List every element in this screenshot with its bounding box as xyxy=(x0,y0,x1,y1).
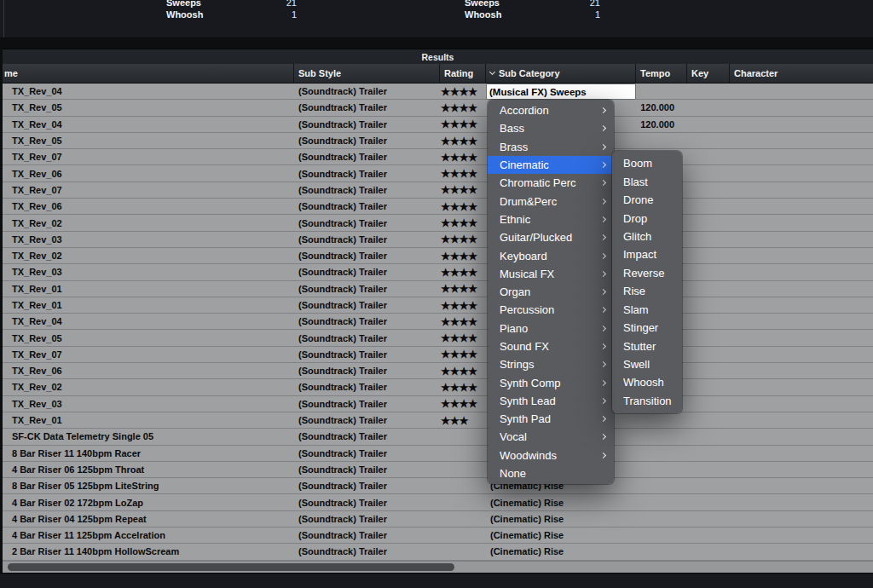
table-row[interactable]: TX_Rev_07 (Soundtrack) Trailer ★★★★ xyxy=(3,182,873,199)
cell-key xyxy=(687,396,730,412)
sub-category-edit-field[interactable] xyxy=(486,84,636,100)
column-header-rating[interactable]: Rating xyxy=(440,64,486,83)
cell-name: TX_Rev_05 xyxy=(3,330,294,345)
submenu-item-transition[interactable]: Transition xyxy=(612,392,682,410)
menu-item-cinematic[interactable]: Cinematic xyxy=(488,156,614,174)
table-row[interactable]: TX_Rev_03 (Soundtrack) Trailer ★★★★ xyxy=(3,232,873,248)
menu-item-keyboard[interactable]: Keyboard xyxy=(488,246,614,264)
submenu-item-impact[interactable]: Impact xyxy=(612,245,682,263)
menu-item-guitar-plucked[interactable]: Guitar/Plucked xyxy=(488,228,614,246)
submenu-item-swell[interactable]: Swell xyxy=(612,355,682,373)
table-row[interactable]: TX_Rev_04 (Soundtrack) Trailer ★★★★ xyxy=(3,84,873,100)
table-row[interactable]: 4 Bar Riser 02 172bpm LoZap (Soundtrack)… xyxy=(3,494,873,510)
menu-item-label: Accordion xyxy=(500,104,601,117)
cell-rating: ★★★★ xyxy=(440,133,486,148)
menu-item-sound-fx[interactable]: Sound FX xyxy=(488,337,614,355)
table-row[interactable]: 2 Bar Riser 11 140bpm HollowScream (Soun… xyxy=(3,544,873,560)
table-row[interactable]: TX_Rev_07 (Soundtrack) Trailer ★★★★ xyxy=(3,347,873,363)
table-row[interactable]: TX_Rev_06 (Soundtrack) Trailer ★★★★ xyxy=(3,199,873,215)
submenu-item-stinger[interactable]: Stinger xyxy=(612,319,682,337)
column-header-character[interactable]: Character xyxy=(730,64,873,83)
submenu-item-slam[interactable]: Slam xyxy=(612,301,682,319)
submenu-item-boom[interactable]: Boom xyxy=(612,154,682,172)
column-header-tempo[interactable]: Tempo xyxy=(636,64,687,83)
table-row[interactable]: TX_Rev_04 (Soundtrack) Trailer ★★★★ 120.… xyxy=(3,117,873,133)
cell-tempo xyxy=(636,494,687,510)
submenu-item-drone[interactable]: Drone xyxy=(612,191,682,209)
cell-rating: ★★★★ xyxy=(440,232,486,247)
column-header-key[interactable]: Key xyxy=(687,64,730,83)
chevron-right-icon xyxy=(600,434,606,440)
chevron-right-icon xyxy=(600,271,606,277)
cell-sub-style: (Soundtrack) Trailer xyxy=(294,264,440,280)
cell-name: TX_Rev_06 xyxy=(3,165,294,181)
submenu-item-rise[interactable]: Rise xyxy=(612,282,682,300)
submenu-item-blast[interactable]: Blast xyxy=(612,172,682,190)
list-item-sweeps[interactable]: Sweeps 21 xyxy=(166,0,297,9)
menu-item-woodwinds[interactable]: Woodwinds xyxy=(488,447,614,464)
list-item-sweeps[interactable]: Sweeps 21 xyxy=(465,0,600,9)
table-row[interactable]: SF-CK Data Telemetry Single 05 (Soundtra… xyxy=(3,429,873,445)
table-row[interactable]: TX_Rev_02 (Soundtrack) Trailer ★★★★ xyxy=(3,215,873,231)
table-row[interactable]: TX_Rev_04 (Soundtrack) Trailer ★★★★ xyxy=(3,314,873,330)
menu-item-vocal[interactable]: Vocal xyxy=(488,428,614,446)
table-row[interactable]: TX_Rev_06 (Soundtrack) Trailer ★★★★ xyxy=(3,165,873,182)
table-row[interactable]: TX_Rev_05 (Soundtrack) Trailer ★★★★ xyxy=(3,133,873,149)
menu-item-strings[interactable]: Strings xyxy=(488,355,614,373)
table-row[interactable]: TX_Rev_01 (Soundtrack) Trailer ★★★★ xyxy=(3,297,873,314)
cell-tempo xyxy=(636,527,687,543)
submenu-item-label: Glitch xyxy=(623,230,677,243)
submenu-item-stutter[interactable]: Stutter xyxy=(612,337,682,355)
menu-item-chromatic-perc[interactable]: Chromatic Perc xyxy=(488,174,614,192)
table-row[interactable]: 4 Bar Riser 06 125bpm Throat (Soundtrack… xyxy=(3,462,873,478)
cell-rating xyxy=(440,429,486,444)
table-row[interactable]: TX_Rev_03 (Soundtrack) Trailer ★★★★ xyxy=(3,264,873,280)
table-row[interactable]: TX_Rev_03 (Soundtrack) Trailer ★★★★ xyxy=(3,396,873,412)
menu-item-organ[interactable]: Organ xyxy=(488,283,614,301)
cell-key xyxy=(687,412,730,428)
table-row[interactable]: TX_Rev_06 (Soundtrack) Trailer ★★★★ xyxy=(3,363,873,379)
table-row[interactable]: TX_Rev_01 (Soundtrack) Trailer ★★★ xyxy=(3,412,873,429)
cell-key xyxy=(687,84,730,99)
table-row[interactable]: TX_Rev_02 (Soundtrack) Trailer ★★★★ xyxy=(3,248,873,264)
menu-item-synth-pad[interactable]: Synth Pad xyxy=(488,410,614,428)
list-item-whoosh[interactable]: Whoosh 1 xyxy=(166,9,297,20)
table-row[interactable]: TX_Rev_05 (Soundtrack) Trailer ★★★★ 120.… xyxy=(3,100,873,116)
table-row[interactable]: 4 Bar Riser 11 125bpm Accelration (Sound… xyxy=(3,527,873,544)
submenu-item-drop[interactable]: Drop xyxy=(612,209,682,227)
cell-sub-style: (Soundtrack) Trailer xyxy=(294,199,440,214)
menu-item-percussion[interactable]: Percussion xyxy=(488,301,614,319)
table-row[interactable]: TX_Rev_01 (Soundtrack) Trailer ★★★★ xyxy=(3,281,873,297)
table-row[interactable]: TX_Rev_02 (Soundtrack) Trailer ★★★★ xyxy=(3,379,873,395)
menu-item-none[interactable]: None xyxy=(488,464,614,482)
menu-item-brass[interactable]: Brass xyxy=(488,138,614,156)
table-row[interactable]: TX_Rev_07 (Soundtrack) Trailer ★★★★ xyxy=(3,149,873,165)
submenu-item-glitch[interactable]: Glitch xyxy=(612,228,682,245)
cell-name: 8 Bar Riser 11 140bpm Racer xyxy=(3,446,294,461)
cell-key xyxy=(687,462,730,477)
column-header-sub-category[interactable]: Sub Category xyxy=(486,64,636,83)
submenu-item-reverse[interactable]: Reverse xyxy=(612,264,682,282)
menu-item-synth-lead[interactable]: Synth Lead xyxy=(488,392,614,410)
horizontal-scrollbar-track[interactable] xyxy=(3,561,873,573)
menu-item-ethnic[interactable]: Ethnic xyxy=(488,210,614,228)
table-row[interactable]: 8 Bar Riser 05 125bpm LiteString (Soundt… xyxy=(3,478,873,494)
column-header-name[interactable]: me xyxy=(3,64,294,83)
cell-sub-category: (Cinematic) Rise xyxy=(486,527,636,543)
horizontal-scrollbar-thumb[interactable] xyxy=(8,563,454,571)
column-header-sub-style[interactable]: Sub Style xyxy=(294,64,440,83)
cell-rating: ★★★★ xyxy=(440,84,486,99)
menu-item-accordion[interactable]: Accordion xyxy=(488,101,614,119)
table-row[interactable]: TX_Rev_05 (Soundtrack) Trailer ★★★★ xyxy=(3,330,873,346)
cell-key xyxy=(687,215,730,230)
table-row[interactable]: 8 Bar Riser 11 140bpm Racer (Soundtrack)… xyxy=(3,446,873,462)
menu-item-musical-fx[interactable]: Musical FX xyxy=(488,265,614,283)
cell-character xyxy=(730,494,873,510)
submenu-item-whoosh[interactable]: Whoosh xyxy=(612,373,682,391)
table-row[interactable]: 4 Bar Riser 04 125bpm Repeat (Soundtrack… xyxy=(3,511,873,527)
menu-item-bass[interactable]: Bass xyxy=(488,119,614,137)
list-item-whoosh[interactable]: Whoosh 1 xyxy=(465,9,600,20)
menu-item-synth-comp[interactable]: Synth Comp xyxy=(488,373,614,391)
menu-item-piano[interactable]: Piano xyxy=(488,320,614,337)
menu-item-drum-perc[interactable]: Drum&Perc xyxy=(488,192,614,210)
